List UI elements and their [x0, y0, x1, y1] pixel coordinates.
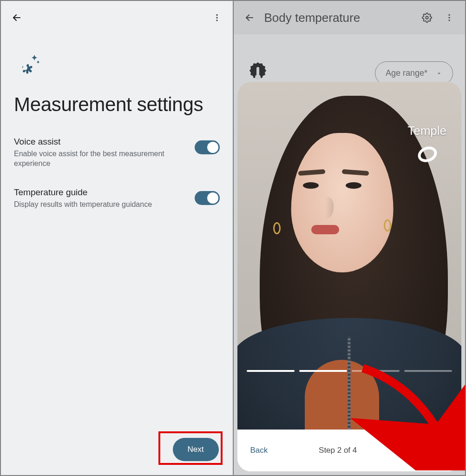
screen-measurement-settings: Measurement settings Voice assist Enable…	[1, 1, 233, 475]
page-title: Measurement settings	[14, 93, 220, 116]
next-button-label: Next	[420, 446, 436, 455]
setting-title: Temperature guide	[14, 187, 187, 198]
gear-sparkle-icon	[14, 53, 40, 79]
temple-label: Temple	[407, 124, 446, 138]
screen-body-temperature: Body temperature Age range*	[234, 1, 466, 475]
setting-desc: Display results with temperature guidanc…	[14, 199, 187, 210]
more-icon[interactable]	[206, 7, 228, 29]
svg-point-0	[216, 14, 217, 16]
tutorial-photo: Temple	[237, 82, 462, 430]
svg-point-3	[23, 66, 27, 70]
svg-point-1	[216, 17, 217, 18]
setting-desc: Enable voice assist for the best measure…	[14, 149, 187, 169]
tutorial-sheet: Temple Back Step 2 of 4 Next	[237, 82, 462, 471]
next-button[interactable]: Next	[408, 440, 448, 461]
progress-segment	[247, 370, 295, 372]
setting-title: Voice assist	[14, 137, 187, 147]
toggle-switch[interactable]	[195, 191, 220, 205]
step-indicator: Step 2 of 4	[319, 446, 357, 455]
progress-segment	[352, 370, 400, 372]
back-icon[interactable]	[6, 7, 28, 29]
sheet-footer: Back Step 2 of 4 Next	[237, 430, 462, 471]
back-button[interactable]: Back	[250, 446, 268, 455]
next-button-label: Next	[188, 445, 204, 454]
toggle-switch[interactable]	[195, 140, 220, 154]
setting-voice-assist[interactable]: Voice assist Enable voice assist for the…	[14, 137, 220, 169]
svg-point-2	[216, 20, 217, 21]
progress-segment	[404, 370, 452, 372]
next-button[interactable]: Next	[173, 438, 219, 461]
setting-temperature-guide[interactable]: Temperature guide Display results with t…	[14, 187, 220, 210]
progress-segment	[299, 370, 347, 372]
progress-indicator	[247, 370, 453, 372]
top-bar	[1, 1, 233, 34]
